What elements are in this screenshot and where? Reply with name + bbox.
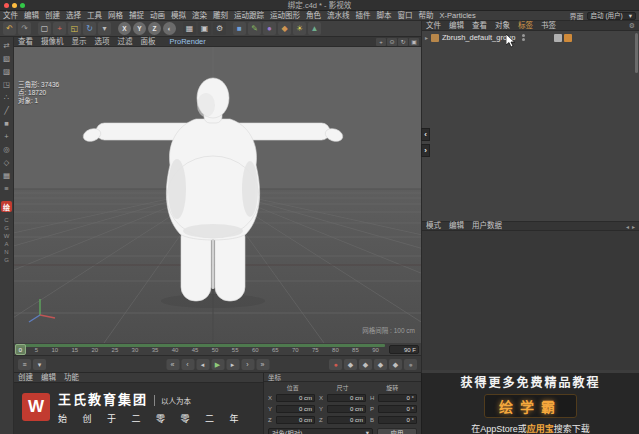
- menu-item[interactable]: 窗口: [395, 11, 416, 21]
- viewport-3d[interactable]: 三角形: 37436点: 18720对象: 1 网格间隔 : 100 cm: [14, 47, 421, 343]
- polygons-mode-icon[interactable]: ■: [1, 117, 13, 129]
- prev-frame-button[interactable]: ◂: [196, 359, 209, 370]
- object-manager-tab[interactable]: 查看: [468, 21, 491, 31]
- coord-value-field[interactable]: 0 cm: [276, 394, 315, 402]
- lock-x-button[interactable]: X: [118, 22, 131, 35]
- key-parameter-button[interactable]: ◆: [389, 359, 402, 370]
- coord-mode-select[interactable]: 对象(相对) ▾: [268, 428, 373, 434]
- menu-item[interactable]: 文件: [0, 11, 21, 21]
- end-frame-field[interactable]: 90 F: [389, 345, 419, 354]
- key-position-button[interactable]: ◆: [344, 359, 357, 370]
- object-manager-tab[interactable]: 文件: [422, 21, 445, 31]
- move-tool-icon[interactable]: +: [53, 22, 66, 35]
- close-button[interactable]: [4, 3, 9, 8]
- live-selection-icon[interactable]: ▢: [38, 22, 51, 35]
- last-tool-icon[interactable]: ▾: [98, 22, 111, 35]
- attribute-manager-tab[interactable]: 编辑: [445, 221, 468, 231]
- timeline-mode-icon[interactable]: ≡: [18, 359, 31, 370]
- material-menu-item[interactable]: 功能: [60, 373, 83, 383]
- prev-key-button[interactable]: ‹: [181, 359, 194, 370]
- next-frame-button[interactable]: ▸: [226, 359, 239, 370]
- undo-icon[interactable]: ↶: [3, 22, 16, 35]
- render-settings-icon[interactable]: ⚙: [213, 22, 226, 35]
- light-object-icon[interactable]: ☀: [293, 22, 306, 35]
- menu-item[interactable]: 雕刻: [210, 11, 231, 21]
- viewport-menu-item[interactable]: 选项: [91, 37, 114, 47]
- redo-icon[interactable]: ↷: [18, 22, 31, 35]
- material-menu-item[interactable]: 创建: [14, 373, 37, 383]
- rotate-tool-icon[interactable]: ↻: [83, 22, 96, 35]
- object-manager-tab[interactable]: 对象: [491, 21, 514, 31]
- workplane-icon[interactable]: ◳: [1, 78, 13, 90]
- coord-system-icon[interactable]: ◐: [163, 22, 176, 35]
- convert-editable-icon[interactable]: ⇄: [1, 39, 13, 51]
- lock-z-button[interactable]: Z: [148, 22, 161, 35]
- interface-select[interactable]: 启动 (用户) ▾: [587, 12, 636, 20]
- attr-back-icon[interactable]: ◂: [626, 223, 629, 230]
- texture-mode-icon[interactable]: ▨: [1, 65, 13, 77]
- playhead[interactable]: 0: [15, 344, 26, 355]
- menu-item[interactable]: 创建: [42, 11, 63, 21]
- menu-item[interactable]: 工具: [84, 11, 105, 21]
- menu-item[interactable]: 脚本: [374, 11, 395, 21]
- menu-item[interactable]: 编辑: [21, 11, 42, 21]
- toggle-view-icon[interactable]: ▣: [409, 38, 419, 46]
- attribute-manager-tab[interactable]: 模式: [422, 221, 445, 231]
- next-key-button[interactable]: ›: [241, 359, 254, 370]
- coord-value-field[interactable]: 0 cm: [276, 416, 315, 424]
- menu-item[interactable]: 流水线: [324, 11, 353, 21]
- menu-item[interactable]: 捕捉: [126, 11, 147, 21]
- coord-value-field[interactable]: 0 cm: [327, 394, 366, 402]
- object-tree-item[interactable]: ▸ Zbrush_default_group: [422, 31, 639, 44]
- add-cube-icon[interactable]: ■: [233, 22, 246, 35]
- goto-start-button[interactable]: «: [166, 359, 179, 370]
- menu-item[interactable]: 选择: [63, 11, 84, 21]
- visibility-dots[interactable]: [522, 34, 525, 41]
- panel-collapse-left-button[interactable]: ‹: [421, 128, 430, 141]
- menu-item[interactable]: 插件: [353, 11, 374, 21]
- prorender-menu[interactable]: ProRender: [166, 37, 210, 47]
- lock-y-button[interactable]: Y: [133, 22, 146, 35]
- coord-value-field[interactable]: 0 cm: [327, 405, 366, 413]
- goto-end-button[interactable]: »: [256, 359, 269, 370]
- minimize-button[interactable]: [12, 3, 17, 8]
- object-manager-tab[interactable]: 标签: [514, 21, 537, 31]
- expand-caret-icon[interactable]: ▸: [425, 34, 428, 41]
- menu-item[interactable]: 动画: [147, 11, 168, 21]
- viewport-menu-item[interactable]: 过滤: [114, 37, 137, 47]
- menu-item[interactable]: 运动跟踪: [231, 11, 267, 21]
- attr-forward-icon[interactable]: ▸: [632, 223, 635, 230]
- add-spline-icon[interactable]: ✎: [248, 22, 261, 35]
- edges-mode-icon[interactable]: ╱: [1, 104, 13, 116]
- grid-snap-icon[interactable]: ▦: [1, 169, 13, 181]
- render-view-icon[interactable]: ▦: [183, 22, 196, 35]
- apply-button[interactable]: 应用: [377, 428, 417, 434]
- menu-item[interactable]: 运动图形: [267, 11, 303, 21]
- autokey-button[interactable]: ●: [404, 359, 417, 370]
- zoom-view-icon[interactable]: ⊙: [387, 38, 397, 46]
- play-button[interactable]: ▶: [211, 359, 224, 370]
- key-scale-button[interactable]: ◆: [359, 359, 372, 370]
- menu-item[interactable]: 渲染: [189, 11, 210, 21]
- menu-item[interactable]: 模拟: [168, 11, 189, 21]
- coord-value-field[interactable]: 0 cm: [276, 405, 315, 413]
- points-mode-icon[interactable]: ∴: [1, 91, 13, 103]
- timeline-options-icon[interactable]: ▾: [33, 359, 46, 370]
- environment-object-icon[interactable]: ▲: [308, 22, 321, 35]
- material-menu-item[interactable]: 编辑: [37, 373, 60, 383]
- menu-item[interactable]: 网格: [105, 11, 126, 21]
- camera-object-icon[interactable]: ◆: [278, 22, 291, 35]
- coord-value-field[interactable]: 0 cm: [327, 416, 366, 424]
- panel-collapse-right-button[interactable]: ›: [421, 144, 430, 157]
- scrollbar-thumb[interactable]: [635, 33, 638, 73]
- viewport-menu-item[interactable]: 显示: [68, 37, 91, 47]
- viewport-menu-item[interactable]: 查看: [14, 37, 37, 47]
- zoom-button[interactable]: [20, 3, 25, 8]
- model-mode-icon[interactable]: ▧: [1, 52, 13, 64]
- key-rotation-button[interactable]: ◆: [374, 359, 387, 370]
- coord-value-field[interactable]: 0 °: [378, 394, 417, 402]
- record-keyframe-button[interactable]: ●: [329, 359, 342, 370]
- subdivision-surface-icon[interactable]: ●: [263, 22, 276, 35]
- rotate-view-icon[interactable]: ↻: [398, 38, 408, 46]
- menu-item[interactable]: 角色: [303, 11, 324, 21]
